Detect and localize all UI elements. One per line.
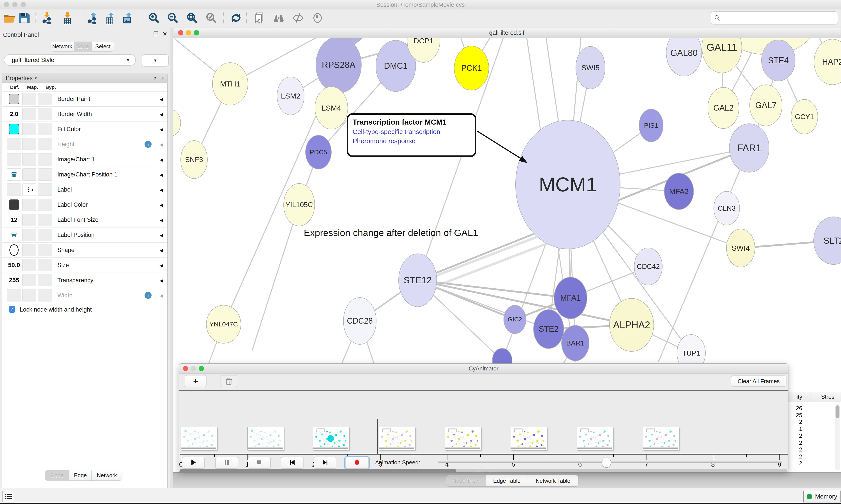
property-cell-mapping[interactable]: [22, 244, 36, 256]
toolbar-button-export-table[interactable]: [103, 12, 117, 25]
expand-row-icon[interactable]: ◂: [160, 167, 163, 182]
property-cell-mapping[interactable]: [22, 123, 36, 135]
panel-menu-button[interactable]: [2, 491, 14, 502]
table-column-ity[interactable]: ity: [788, 393, 802, 400]
delete-frame-button[interactable]: [220, 375, 237, 387]
toolbar-button-refresh[interactable]: [229, 12, 243, 25]
style-options-button[interactable]: ▾: [142, 54, 168, 67]
network-node-gcy1[interactable]: GCY1: [791, 99, 818, 134]
table-scrollbar-thumb[interactable]: [836, 405, 839, 418]
toolbar-button-save[interactable]: [17, 12, 31, 25]
toolbar-button-open-folder[interactable]: [3, 12, 16, 25]
expand-row-icon[interactable]: ◂: [160, 197, 163, 212]
network-node-pck1[interactable]: PCK1: [454, 46, 489, 90]
network-node-pdc5[interactable]: PDC5: [305, 135, 332, 169]
property-cell-bypass[interactable]: [38, 229, 52, 241]
property-cell-default[interactable]: [7, 229, 21, 241]
network-node-lsm4[interactable]: LSM4: [315, 87, 348, 129]
network-node-ste4[interactable]: STE4: [761, 40, 795, 81]
toolbar-button-zoom-in[interactable]: [147, 12, 161, 25]
property-cell-default[interactable]: [7, 244, 21, 256]
toolbar-button-export-image[interactable]: [121, 12, 135, 25]
clear-all-frames-button[interactable]: Clear All Frames: [731, 376, 786, 387]
search-box[interactable]: [711, 12, 838, 24]
network-node-cln3[interactable]: CLN3: [714, 191, 740, 225]
toolbar-button-export-network[interactable]: [85, 12, 99, 25]
search-input[interactable]: [720, 15, 831, 22]
property-cell-bypass[interactable]: [38, 274, 52, 286]
timeline-frame-6[interactable]: [577, 427, 613, 450]
property-cell-bypass[interactable]: [38, 214, 52, 226]
network-caption[interactable]: Expression change after deletion of GAL1: [304, 228, 478, 238]
tab-style[interactable]: Style: [74, 41, 92, 51]
network-node-bar1[interactable]: BAR1: [561, 325, 589, 361]
property-cell-mapping[interactable]: [22, 274, 36, 286]
network-node-mth1[interactable]: MTH1: [212, 62, 248, 105]
timeline-frame-1[interactable]: [248, 427, 284, 450]
expand-row-icon[interactable]: ◂: [160, 137, 163, 152]
expand-all-icon[interactable]: »: [152, 77, 159, 80]
network-node-ste2[interactable]: STE2: [533, 309, 564, 349]
property-cell-mapping[interactable]: [22, 93, 36, 105]
animation-speed-handle[interactable]: [602, 457, 611, 468]
expand-row-icon[interactable]: ◂: [160, 242, 163, 257]
animation-speed-slider[interactable]: [438, 462, 782, 463]
toolbar-button-zoom-out[interactable]: [166, 12, 180, 25]
pause-button[interactable]: [215, 457, 238, 469]
property-cell-mapping[interactable]: [22, 138, 36, 150]
property-cell-bypass[interactable]: [38, 138, 52, 150]
play-button[interactable]: [182, 457, 205, 469]
network-node-alpha2[interactable]: ALPHA2: [609, 298, 654, 352]
tab-edge[interactable]: Edge: [69, 470, 92, 480]
style-selector[interactable]: galFiltered Style ▾: [4, 54, 136, 66]
property-cell-default[interactable]: 50.0: [7, 259, 21, 271]
tab-node[interactable]: Node: [45, 470, 69, 480]
timeline-frame-5[interactable]: [511, 427, 547, 450]
add-frame-button[interactable]: +: [185, 375, 207, 387]
tab-network[interactable]: Network: [92, 470, 122, 480]
expand-row-icon[interactable]: ◂: [160, 152, 163, 167]
network-node-ynl047c[interactable]: YNL047C: [206, 305, 241, 343]
tab-node-table[interactable]: Node Table: [446, 475, 486, 486]
property-cell-default[interactable]: 12: [7, 214, 21, 226]
property-cell-bypass[interactable]: [38, 244, 52, 256]
property-cell-default[interactable]: [7, 138, 21, 150]
network-node-pis1[interactable]: PIS1: [639, 109, 663, 142]
property-cell-default[interactable]: 2.0: [7, 108, 21, 120]
lock-size-checkbox[interactable]: ✓: [9, 306, 15, 313]
info-icon[interactable]: i: [145, 292, 151, 299]
toolbar-button-zoom-fit[interactable]: [185, 12, 199, 25]
tab-network[interactable]: Network: [51, 41, 74, 51]
property-cell-bypass[interactable]: [38, 93, 52, 105]
property-cell-bypass[interactable]: [38, 289, 52, 302]
timeline-frame-7[interactable]: [643, 427, 679, 450]
expand-row-icon[interactable]: ◂: [160, 288, 163, 303]
collapse-all-icon[interactable]: »: [159, 77, 165, 80]
property-cell-mapping[interactable]: [22, 153, 36, 165]
network-node-rps28a[interactable]: RPS28A: [316, 38, 362, 93]
property-cell-default[interactable]: [7, 183, 21, 196]
property-cell-bypass[interactable]: [38, 153, 52, 165]
property-cell-mapping[interactable]: [22, 229, 36, 241]
network-node-gic2[interactable]: GIC2: [503, 305, 526, 334]
property-cell-bypass[interactable]: [38, 183, 52, 196]
annotation-box[interactable]: Transcription factor MCM1 Cell-type-spec…: [347, 113, 476, 157]
network-node-gal7[interactable]: GAL7: [749, 85, 782, 126]
network-node-mfa2[interactable]: MFA2: [664, 173, 694, 210]
network-node-mfa1[interactable]: MFA1: [554, 277, 587, 319]
expand-row-icon[interactable]: ◂: [160, 122, 163, 137]
network-node-swi4[interactable]: SWI4: [726, 229, 755, 267]
property-cell-mapping[interactable]: [22, 214, 36, 226]
network-node-yil105c[interactable]: YIL105C: [283, 183, 315, 226]
expand-row-icon[interactable]: ◂: [160, 212, 163, 227]
column-divider[interactable]: [810, 392, 811, 402]
toolbar-button-binoculars[interactable]: [272, 12, 286, 25]
property-cell-mapping[interactable]: ⋮›: [22, 183, 36, 196]
expand-row-icon[interactable]: ◂: [160, 228, 163, 242]
property-cell-default[interactable]: [7, 153, 21, 165]
expand-row-icon[interactable]: ◂: [160, 107, 163, 122]
annotation-link[interactable]: Pheromone response: [353, 137, 470, 145]
property-cell-bypass[interactable]: [38, 108, 52, 120]
property-cell-default[interactable]: [7, 168, 21, 181]
property-cell-bypass[interactable]: [38, 199, 52, 211]
